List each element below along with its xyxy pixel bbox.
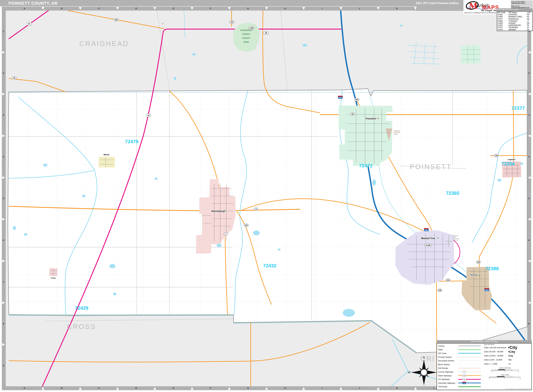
legend-item-minor-streets: Minor Streets: [438, 363, 483, 366]
svg-text:TRUMANN: TRUMANN: [393, 130, 400, 132]
shield-322: 322: [447, 279, 449, 281]
city-label-trumann: Trumann: [365, 117, 376, 120]
contact-call-label: CALL US TOLL FREE!: [511, 1, 532, 3]
frame-notch: [79, 387, 82, 390]
svg-text:0: 0: [489, 378, 490, 379]
grid-letter: C: [98, 7, 100, 10]
shield-38: 38: [265, 32, 267, 34]
zip-index-title: ZIP Code Index/Grid Locator: [497, 8, 533, 11]
grid-number: 8: [528, 322, 529, 325]
legend-cities-column: Cities and Towns Cities 100,000 and Abov…: [484, 344, 531, 380]
frame-notch: [528, 93, 531, 95]
frame-notch: [2, 93, 5, 95]
shield-us63br: 63-BR: [426, 244, 431, 246]
legend-item-county: County: [438, 344, 483, 348]
grid-number: 6: [3, 239, 4, 241]
city-class-row: Cities 50,000 - 99,999•City: [484, 350, 531, 354]
frame-notch: [528, 51, 531, 54]
grid-letter: J: [359, 7, 360, 10]
zip-label-72365: 72365: [446, 190, 459, 196]
shield-463: 463: [355, 99, 358, 100]
compass-w: W: [408, 371, 410, 374]
city-label-lepanto: Lepanto: [508, 158, 515, 161]
frame-notch: [191, 387, 193, 390]
svg-text:MUNICIPAL: MUNICIPAL: [453, 238, 460, 239]
grid-letter: C: [98, 387, 100, 389]
grid-letter: J: [359, 387, 360, 389]
zip-label-72386: 72386: [486, 266, 499, 271]
zip-label-72354: 72354: [501, 161, 515, 166]
county-line-sample: [458, 345, 481, 347]
frame-notch: [528, 135, 531, 137]
grid-letter: L: [434, 387, 435, 389]
table-row: 72386TYRONZAL7: [497, 20, 532, 22]
frame-notch: [153, 7, 156, 10]
city-label-weiner: Weiner: [104, 154, 109, 156]
frame-notch: [2, 218, 5, 221]
svg-text:COUNTY: COUNTY: [242, 37, 250, 39]
svg-text:COUNTRY: COUNTRY: [393, 132, 400, 133]
shield-1: 1: [226, 233, 226, 235]
grid-letter: B: [61, 7, 62, 10]
frame-notch: [340, 387, 342, 390]
legend-item-us-highways: US Highways123: [438, 377, 483, 381]
shield-i555-a: 555: [339, 97, 342, 99]
county-label-cross: CROSS: [67, 323, 96, 331]
grid-number: 4: [528, 155, 529, 158]
zip-label-72432: 72432: [263, 263, 277, 268]
table-row: 72432HARRISBURGF5: [497, 24, 532, 26]
frame-notch: [228, 387, 231, 390]
frame-notch: [265, 7, 268, 10]
state-highway-sample: 123: [458, 374, 481, 377]
svg-text:TREE: TREE: [453, 237, 456, 238]
frame-notch: [228, 7, 231, 10]
frame-notch: [414, 387, 417, 390]
grid-number: 2: [3, 72, 4, 74]
grid-number: 9: [3, 364, 4, 367]
col-zip-code: ZIP Code: [497, 11, 508, 14]
table-row: 72377RIVERVALEN3: [497, 18, 532, 20]
grid-letter: D: [135, 387, 137, 389]
toll-road-sample: [458, 386, 481, 388]
frame-notch: [528, 176, 531, 179]
grid-number: 4: [3, 155, 4, 158]
grid-number: 5: [3, 197, 4, 200]
svg-text:1: 1: [504, 378, 505, 379]
grid-number: 3: [3, 113, 4, 116]
legend-line-items: County State ZIP Code Primary Streets Se…: [438, 344, 483, 388]
city-label-marked-tree: Marked Tree: [421, 237, 435, 240]
grid-number: 8: [3, 322, 4, 325]
frame-notch: [528, 218, 531, 221]
city-weiner: [98, 157, 115, 168]
svg-text:1: 1: [505, 371, 505, 372]
zip-index-table: ZIP Code Index/Grid Locator ZIP Code ZIP…: [497, 8, 533, 31]
zip-label-72479: 72479: [125, 139, 138, 144]
table-row: 72479WEINERD4: [497, 29, 532, 31]
shield-141: 141: [231, 21, 233, 23]
frame-notch: [191, 7, 193, 10]
grid-number: 3: [528, 113, 529, 116]
frame-notch: [153, 387, 156, 390]
county-label-craighead: CRAIGHEAD: [79, 40, 129, 47]
city-label-tyronza: Tyronza: [470, 274, 478, 276]
mi-scale-bar: 0 1 2: [489, 376, 522, 379]
frame-notch: [42, 7, 44, 10]
frame-notch: [116, 387, 119, 390]
legend-item-exit-ramps: Exit Ramps: [438, 366, 483, 370]
frame-notch: [302, 7, 305, 10]
shield-us63-a: 63: [28, 23, 30, 25]
section-road-grid: [8, 89, 527, 353]
frame-notch: [116, 7, 119, 10]
scale-kilometers: Scale in Kilometers 0 1 2: [489, 367, 522, 373]
grid-letter: A: [24, 7, 25, 10]
grid-letter: B: [61, 387, 62, 389]
frame-notch: [302, 387, 305, 390]
grid-letter: A: [24, 387, 25, 389]
city-label-fisher: Fisher: [51, 277, 56, 279]
frame-notch: [377, 387, 380, 390]
table-row: 72472TRUMANNJ5: [497, 26, 532, 28]
minor-street-sample: [458, 363, 481, 366]
km-scale-bar: 0 1 2: [490, 369, 520, 372]
svg-text:CLUB: CLUB: [393, 134, 397, 135]
page-title: POINSETT COUNTY, AR: [9, 1, 58, 6]
